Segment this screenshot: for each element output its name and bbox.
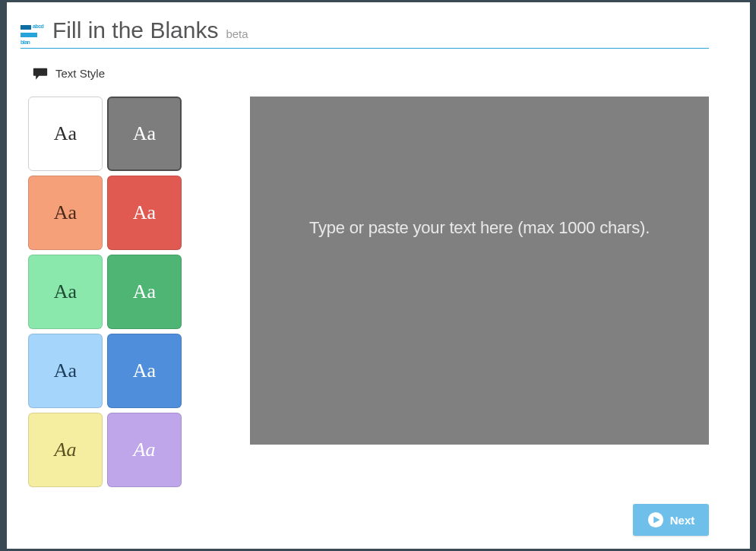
swatch-sample: Aa	[133, 280, 156, 303]
swatch-sample: Aa	[134, 439, 156, 461]
style-swatch-red[interactable]: Aa	[107, 176, 182, 250]
swatch-sample: Aa	[54, 122, 77, 145]
section-label: Text Style	[33, 67, 750, 80]
text-input[interactable]	[250, 97, 709, 445]
style-swatch-white[interactable]: Aa	[28, 97, 103, 171]
beta-badge: beta	[226, 27, 248, 42]
style-swatch-peach[interactable]: Aa	[28, 176, 103, 250]
section-label-text: Text Style	[55, 67, 105, 80]
header: abcd blan Fill in the Blanks beta	[21, 19, 709, 49]
swatch-sample: Aa	[133, 122, 156, 145]
app-logo-icon: abcd blan	[21, 24, 43, 42]
swatch-sample: Aa	[55, 439, 77, 461]
style-swatch-ltblue[interactable]: Aa	[28, 334, 103, 408]
body: Aa Aa Aa Aa Aa Aa Aa Aa Aa Aa	[7, 80, 750, 549]
style-swatch-green[interactable]: Aa	[107, 255, 182, 329]
style-swatch-purple[interactable]: Aa	[107, 413, 182, 487]
speech-bubble-icon	[33, 68, 48, 80]
style-swatch-mint[interactable]: Aa	[28, 255, 103, 329]
play-circle-icon	[647, 511, 664, 528]
style-swatch-gray[interactable]: Aa	[107, 97, 182, 171]
footer: Next	[633, 504, 709, 536]
modal: abcd blan Fill in the Blanks beta Text S…	[7, 2, 750, 549]
next-button-label: Next	[670, 514, 695, 527]
swatch-sample: Aa	[54, 359, 77, 382]
swatch-sample: Aa	[133, 359, 156, 382]
next-button[interactable]: Next	[633, 504, 709, 536]
swatch-sample: Aa	[54, 201, 77, 224]
close-icon[interactable]	[729, 5, 750, 26]
swatch-sample: Aa	[54, 280, 77, 303]
style-swatch-grid: Aa Aa Aa Aa Aa Aa Aa Aa Aa Aa	[28, 97, 182, 549]
swatch-sample: Aa	[133, 201, 156, 224]
style-swatch-blue[interactable]: Aa	[107, 334, 182, 408]
page-title: Fill in the Blanks	[52, 19, 218, 42]
style-swatch-yellow[interactable]: Aa	[28, 413, 103, 487]
